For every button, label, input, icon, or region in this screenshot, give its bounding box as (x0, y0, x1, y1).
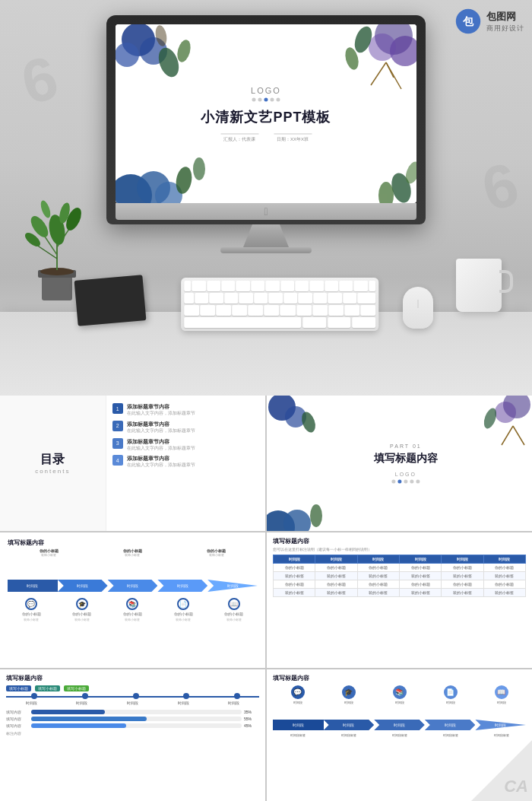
svg-line-43 (502, 426, 513, 445)
hb-label-1: 填写内容 (6, 710, 29, 714)
ta-seg-1: 时间段 (8, 580, 58, 592)
hb-tag-2: 填写小标题 (35, 685, 60, 691)
it-label-top-1: 时间段 (293, 701, 302, 704)
ti-label-2: 你的小标题 (72, 612, 91, 616)
ti-label-4: 你的小标题 (174, 612, 193, 616)
ht-col-6: 时间段 (483, 555, 525, 564)
toc-left-panel: 目录 contents (0, 396, 106, 531)
hbars-header: 填写标题内容 (6, 674, 259, 682)
desk-scene: 6 6 6 包 包图网 商用好设计 (0, 0, 532, 396)
hb-bar-1 (31, 710, 105, 714)
coffee-mug (456, 259, 509, 319)
it-icon-top-5: 📖 时间段 (477, 685, 526, 704)
toc-layout: 目录 contents 1 添加标题章节内容 在此输入文字内容，添加标题章节 2… (0, 396, 265, 531)
slide-thumb-htimeline[interactable]: 填写标题内容 您可以在这里打标注说明（建议每一小标一样相同的说明） 时间段 时间… (267, 532, 532, 668)
it-circle-top-5: 📖 (495, 685, 508, 699)
svg-text:包: 包 (462, 15, 474, 27)
slide-subtitle-row: 汇报人：代表课 日期：XX年X班 (201, 133, 331, 142)
ht-cell-1-3: 你的小标题 (357, 564, 399, 572)
toc-item-desc-3: 在此输入文字内容，添加标题章节 (127, 446, 259, 452)
slide-thumb-cover2[interactable]: PART 01 填写标题内容 LOGO (267, 396, 532, 531)
ht-col-3: 时间段 (357, 555, 399, 564)
ht-col-2: 时间段 (315, 555, 357, 564)
toc-item-title-1: 添加标题章节内容 (127, 403, 259, 411)
toc-item-3: 3 添加标题章节内容 在此输入文字内容，添加标题章节 (112, 438, 259, 452)
brand-name: 包图网 (486, 10, 516, 24)
slide-center-content: LOGO 小清新文艺PPT模板 汇报人：代表课 (201, 85, 331, 142)
icontimeline-layout: 填写标题内容 💬 时间段 🎓 时间段 📚 时间段 📄 时间段 (267, 669, 532, 742)
hb-val-2: 55% (244, 717, 259, 721)
ti-label-5: 你的小标题 (224, 612, 243, 616)
ht-cell-4-5: 装的小标签 (442, 589, 483, 597)
it-bottom-labels: 时间段标签 时间段标签 时间段标签 时间段标签 时间段标签 (273, 733, 526, 737)
slide-thumb-timeline1[interactable]: 填写标题内容 你的小标题 装饰小标签 你的小标题 装饰小标签 你的小标题 装饰小… (0, 532, 265, 668)
watermark-2: 6 (474, 149, 525, 225)
toc-subtitle: contents (35, 468, 70, 475)
toc-item-4: 4 添加标题章节内容 在此输入文字内容，添加标题章节 (112, 455, 259, 469)
toc-item-title-4: 添加标题章节内容 (127, 455, 259, 462)
it-icons-row-top: 💬 时间段 🎓 时间段 📚 时间段 📄 时间段 📖 时间段 (273, 685, 526, 704)
mouse (403, 287, 433, 329)
ti-icon-1: 💬 你的小标题 装饰小标签 (8, 598, 55, 621)
monitor: LOGO 小清新文艺PPT模板 汇报人：代表课 (106, 15, 426, 253)
cover2-floral-tr (464, 396, 532, 449)
ta-seg-5: 时间段 (207, 580, 258, 592)
ht-row-4: 装的小标签 装的小标签 装的小标签 装的小标签 装的小标签 装的小标签 (274, 589, 526, 597)
it-label-top-2: 时间段 (344, 701, 353, 704)
toc-num-1: 1 (112, 403, 123, 414)
cover2-logo: LOGO (374, 472, 438, 477)
hb-val-1: 35% (244, 710, 259, 714)
floral-top-right (318, 24, 416, 100)
toc-num-2: 2 (112, 421, 123, 431)
ht-cell-4-6: 装的小标签 (483, 589, 525, 597)
main-slide: LOGO 小清新文艺PPT模板 汇报人：代表课 (116, 24, 416, 203)
floral-bottom-right (348, 142, 416, 203)
it-circle-top-4: 📄 (444, 685, 458, 699)
ht-row-2: 装的小标签 装的小标签 装的小标签 装的小标签 装的小标签 装的小标签 (274, 572, 526, 580)
svg-point-17 (116, 43, 139, 67)
svg-line-28 (386, 62, 394, 78)
hb-label-3: 填写内容 (6, 723, 29, 728)
ht-row-1: 你的小标题 你的小标题 你的小标题 你的小标题 你的小标题 你的小标题 (274, 564, 526, 572)
ti-icon-5: 📖 你的小标题 装饰小标签 (210, 598, 258, 621)
hb-bar-container-3 (31, 723, 242, 728)
hb-bar-3 (31, 723, 126, 728)
ht-cell-2-6: 装的小标签 (483, 572, 525, 580)
monitor-screen: LOGO 小清新文艺PPT模板 汇报人：代表课 (116, 24, 416, 203)
ht-cell-1-4: 你的小标题 (399, 564, 441, 572)
brand-logo: 包 包图网 商用好设计 (454, 8, 524, 35)
slide-logo: LOGO (201, 85, 331, 94)
timeline-icons: 💬 你的小标题 装饰小标签 🎓 你的小标题 装饰小标签 📚 你的小标题 装饰小标… (8, 598, 258, 621)
slide-presenter: 汇报人：代表课 (220, 133, 258, 142)
ta-seg-2: 时间段 (58, 580, 108, 592)
slide-thumb-toc[interactable]: 目录 contents 1 添加标题章节内容 在此输入文字内容，添加标题章节 2… (0, 396, 265, 531)
icontimeline-header: 填写标题内容 (273, 674, 526, 682)
ht-cell-3-4: 你的小标题 (399, 580, 441, 589)
hb-bar-container-2 (31, 717, 242, 721)
timeline1-top-labels: 你的小标题 装饰小标签 你的小标题 装饰小标签 你的小标题 装饰小标签 (8, 548, 258, 557)
ht-cell-4-3: 装的小标签 (357, 589, 399, 597)
toc-item-1: 1 添加标题章节内容 在此输入文字内容，添加标题章节 (112, 403, 259, 417)
ca-text: CA (504, 778, 528, 795)
htimeline-header: 填写标题内容 (273, 537, 526, 545)
dot-1 (252, 97, 255, 101)
cover2-floral-tl (267, 396, 328, 445)
ht-col-1: 时间段 (274, 555, 315, 564)
toc-items-panel: 1 添加标题章节内容 在此输入文字内容，添加标题章节 2 添加标题章节内容 在此… (106, 396, 265, 531)
svg-point-33 (193, 157, 205, 180)
dot-2 (258, 97, 261, 101)
toc-title: 目录 (40, 452, 65, 468)
watermark-1: 6 (14, 43, 65, 119)
svg-line-44 (513, 426, 524, 445)
brand-icon: 包 (454, 8, 482, 35)
slide-thumb-hbars[interactable]: 填写标题内容 填写小标题 填写小标题 填写小标题 时间段 时间段 (0, 669, 265, 801)
it-circle-top-3: 📚 (393, 685, 407, 699)
ta-seg-4: 时间段 (157, 580, 207, 592)
it-label-top-5: 时间段 (497, 701, 506, 704)
ht-cell-4-1: 装的小标签 (274, 589, 315, 597)
floral-top-left (116, 24, 207, 93)
ht-col-5: 时间段 (442, 555, 483, 564)
hb-label-2: 填写内容 (6, 717, 29, 721)
ti-label-3: 你的小标题 (123, 612, 142, 616)
it-label-top-3: 时间段 (395, 701, 404, 704)
